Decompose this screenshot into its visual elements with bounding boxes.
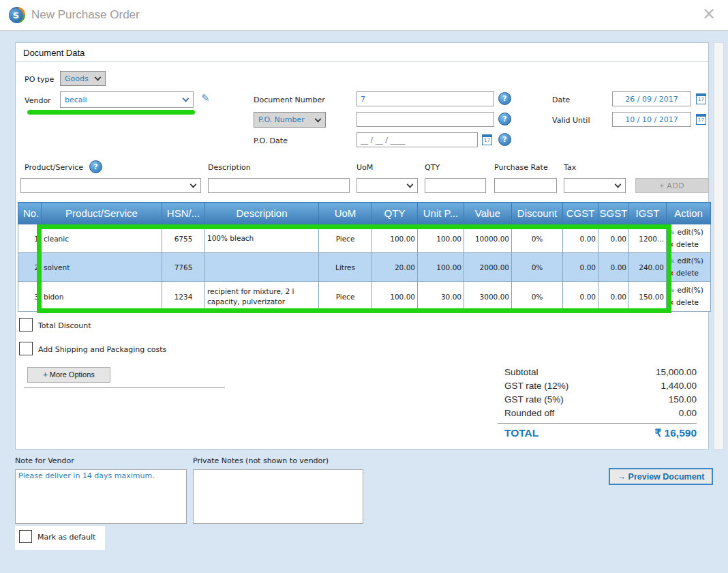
calendar-icon[interactable]: 17 [696,93,706,104]
po-type-select[interactable]: Goods [60,71,106,86]
subtotal-value: 15,000.00 [656,367,697,377]
table-row[interactable]: 1 cleanic 6755 100% bleach Piece 100.00 … [18,224,711,253]
po-number-input[interactable] [357,112,494,127]
date-input[interactable] [612,91,691,106]
vendor-value: becali [65,96,87,104]
rounded-off-label: Rounded off [504,408,554,418]
col-header-product: Product/Service [42,203,162,224]
delete-link[interactable]: ✖ delete [669,239,708,250]
cell-no: 1 [18,224,42,253]
close-icon[interactable]: × [702,4,716,23]
cell-action: ✎ edit(%) ✖ delete [667,282,711,312]
delete-link[interactable]: ✖ delete [669,297,708,308]
delete-x-icon: ✖ [669,270,674,277]
cell-hsn: 1234 [162,282,205,312]
help-icon[interactable]: ? [89,160,102,173]
po-type-value: Goods [65,74,89,83]
preview-document-button[interactable]: → Preview Document [609,468,713,485]
arrow-right-icon: → [618,472,626,482]
calendar-icon[interactable]: 17 [696,114,706,125]
options-divider [24,387,225,388]
col-header-hsn: HSN/... [162,203,205,224]
cell-no: 2 [18,253,42,282]
cell-qty: 100.00 [372,224,418,253]
chevron-down-icon [315,115,322,122]
note-for-vendor-textarea[interactable]: Please deliver in 14 days maximum. [15,469,187,524]
cell-product: cleanic [42,224,162,253]
total-row: TOTAL ₹ 16,590 [504,427,697,442]
cell-discount: 0% [512,224,563,253]
total-label: TOTAL [504,427,539,439]
qty-input[interactable] [425,178,486,193]
purchase-rate-input[interactable] [494,178,557,193]
document-number-label: Document Number [254,96,325,104]
purchase-rate-label: Purchase Rate [494,163,548,172]
description-input[interactable] [208,178,350,193]
subtotal-row: Subtotal 15,000.00 [504,367,697,381]
total-value: ₹ 16,590 [654,427,697,439]
edit-link[interactable]: ✎ edit(%) [669,284,708,297]
gst12-label: GST rate (12%) [504,381,568,391]
delete-link[interactable]: ✖ delete [669,267,708,279]
cell-value: 2000.00 [464,253,512,282]
cell-discount: 0% [512,253,563,282]
add-item-button[interactable]: + ADD [635,178,709,193]
total-discount-label: Total Discount [38,321,91,330]
tax-select[interactable] [564,178,626,193]
vendor-select[interactable]: becali [60,91,194,108]
cell-cgst: 0.00 [563,253,598,282]
edit-link[interactable]: ✎ edit(%) [669,255,708,267]
more-options-button[interactable]: + More Options [27,367,110,383]
help-icon[interactable]: ? [498,113,511,126]
col-header-value: Value [464,203,512,224]
edit-pencil-icon: ✎ [669,256,675,265]
new-purchase-order-dialog: S New Purchase Order × Document Data PO … [0,0,728,573]
cell-cgst: 0.00 [563,282,598,312]
document-number-input[interactable] [357,91,494,106]
private-notes-textarea[interactable] [193,469,363,524]
edit-link[interactable]: ✎ edit(%) [669,226,708,239]
vendor-edit-pencil-icon[interactable]: ✎ [201,92,210,104]
cell-sgst: 0.00 [598,282,629,312]
cell-value: 3000.00 [464,282,512,312]
table-row[interactable]: 3 bidon 1234 recipient for mixture, 2 l … [18,282,711,312]
cell-qty: 20.00 [372,253,418,282]
app-logo-icon: S [9,7,25,23]
col-header-sgst: SGST [598,203,629,224]
gst12-row: GST rate (12%) 1,440.00 [504,381,697,394]
vertical-scrollbar[interactable] [714,42,724,450]
po-type-label: PO type [25,75,54,84]
vendor-label: Vendor [25,96,51,105]
shipping-costs-label: Add Shipping and Packaging costs [38,345,166,354]
col-header-no: No. [18,203,42,224]
shipping-costs-checkbox[interactable] [19,342,33,355]
table-row-selected[interactable]: 2 solvent 7765 Litres 20.00 100.00 2000.… [18,253,711,282]
col-header-cgst: CGST [563,203,598,224]
help-icon[interactable]: ? [498,92,511,105]
cell-igst: 1200... [629,224,667,253]
chevron-down-icon [615,181,622,188]
po-date-input[interactable] [357,132,478,147]
cell-uom: Piece [319,282,372,312]
qty-label: QTY [425,163,440,172]
vendor-highlight-annotation [27,110,195,115]
cell-hsn: 7765 [162,253,205,282]
mark-as-default-checkbox[interactable] [19,530,32,543]
cell-action: ✎ edit(%) ✖ delete [667,224,711,253]
po-number-type-value: P.O. Number [258,115,305,124]
cell-hsn: 6755 [162,224,205,253]
total-discount-checkbox[interactable] [19,318,33,332]
col-header-unit-price: Unit P... [418,203,464,224]
help-icon[interactable]: ? [498,133,511,146]
po-number-type-select[interactable]: P.O. Number [254,112,326,128]
plus-icon: + [43,370,47,379]
product-service-label: Product/Service [25,163,83,172]
product-service-select[interactable] [20,178,201,193]
uom-select[interactable] [357,178,418,193]
cell-uom: Piece [319,224,372,253]
cell-value: 10000.00 [464,224,512,253]
valid-until-input[interactable] [612,112,691,127]
rounded-off-row: Rounded off 0.00 [504,408,697,422]
calendar-icon[interactable]: 17 [482,134,492,145]
section-title: Document Data [23,48,85,58]
